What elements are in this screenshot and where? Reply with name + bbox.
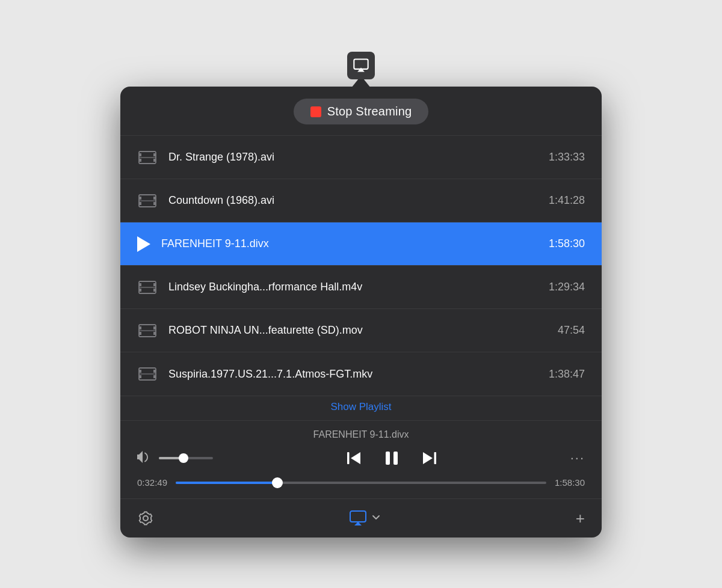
skip-forward-button[interactable]	[421, 449, 439, 467]
film-icon	[137, 364, 158, 384]
svg-rect-16	[153, 283, 156, 286]
playlist-item[interactable]: Lindsey Buckingha...rformance Hall.m4v1:…	[120, 266, 602, 309]
player-area: FARENHEIT 9-11.divx	[120, 421, 602, 499]
progress-bar[interactable]	[176, 482, 546, 484]
more-button[interactable]: ···	[570, 450, 585, 466]
svg-rect-3	[139, 159, 141, 162]
svg-rect-2	[139, 153, 141, 156]
skip-back-button[interactable]	[345, 449, 363, 467]
svg-rect-15	[139, 289, 141, 292]
film-icon	[137, 147, 158, 168]
current-time: 0:32:49	[137, 477, 167, 488]
volume-slider[interactable]	[159, 457, 213, 459]
svg-rect-28	[153, 370, 156, 373]
show-playlist-button[interactable]: Show Playlist	[330, 401, 391, 413]
film-icon	[137, 320, 158, 341]
svg-rect-9	[139, 202, 141, 205]
item-title: Lindsey Buckingha...rformance Hall.m4v	[168, 281, 537, 293]
playlist-item[interactable]: Suspiria.1977.US.21...7.1.Atmos-FGT.mkv1…	[120, 352, 602, 396]
svg-rect-4	[153, 153, 156, 156]
svg-rect-26	[139, 370, 141, 373]
chevron-down-button[interactable]	[371, 513, 381, 524]
svg-rect-23	[153, 332, 156, 335]
stop-icon	[310, 106, 321, 117]
item-duration: 1:33:33	[549, 151, 585, 164]
svg-rect-10	[153, 197, 156, 200]
stop-streaming-button[interactable]: Stop Streaming	[294, 99, 429, 124]
svg-rect-20	[139, 326, 141, 329]
playback-controls	[345, 449, 439, 468]
svg-rect-21	[139, 332, 141, 335]
playlist-item[interactable]: Countdown (1968).avi1:41:28	[120, 179, 602, 222]
svg-rect-5	[153, 159, 156, 162]
gear-button[interactable]	[137, 510, 154, 527]
volume-thumb	[179, 453, 188, 463]
svg-rect-11	[153, 202, 156, 205]
item-duration: 1:38:47	[549, 368, 585, 381]
airplay-btn-group	[348, 509, 381, 528]
airplay-top-icon	[347, 52, 375, 79]
svg-rect-8	[139, 197, 141, 200]
stop-streaming-label: Stop Streaming	[327, 105, 412, 118]
volume-icon	[137, 450, 153, 466]
item-duration: 1:29:34	[549, 281, 585, 293]
svg-rect-22	[153, 326, 156, 329]
popup-container: Stop Streaming Dr. Strange (1978).avi1:3…	[120, 87, 602, 537]
controls-row: ···	[137, 449, 585, 468]
airplay-button[interactable]	[348, 509, 368, 528]
svg-rect-35	[350, 511, 366, 522]
svg-rect-17	[153, 289, 156, 292]
film-icon	[137, 191, 158, 211]
item-duration: 1:41:28	[549, 194, 585, 207]
svg-rect-33	[393, 452, 398, 465]
svg-rect-29	[153, 375, 156, 378]
playlist-item[interactable]: Dr. Strange (1978).avi1:33:33	[120, 136, 602, 179]
svg-rect-0	[354, 60, 368, 69]
show-playlist-area: Show Playlist	[120, 396, 602, 421]
item-duration: 1:58:30	[549, 237, 585, 250]
item-title: Countdown (1968).avi	[168, 194, 537, 207]
item-duration: 47:54	[558, 324, 585, 337]
total-time: 1:58:30	[555, 477, 585, 488]
item-title: ROBOT NINJA UN...featurette (SD).mov	[168, 324, 546, 337]
now-playing-title: FARENHEIT 9-11.divx	[137, 429, 585, 440]
item-title: Suspiria.1977.US.21...7.1.Atmos-FGT.mkv	[168, 368, 537, 381]
stop-streaming-area: Stop Streaming	[120, 87, 602, 136]
bottom-bar: +	[120, 499, 602, 537]
add-button[interactable]: +	[576, 509, 585, 528]
playlist-item[interactable]: FARENHEIT 9-11.divx1:58:30	[120, 222, 602, 266]
progress-row: 0:32:49 1:58:30	[137, 477, 585, 488]
svg-rect-31	[347, 452, 350, 464]
progress-fill	[176, 482, 277, 484]
progress-thumb	[272, 477, 283, 488]
svg-rect-14	[139, 283, 141, 286]
svg-rect-27	[139, 375, 141, 378]
airplay-svg	[353, 57, 369, 74]
film-icon	[137, 277, 158, 298]
playlist: Dr. Strange (1978).avi1:33:33 Countdown …	[120, 136, 602, 396]
svg-rect-32	[386, 452, 390, 465]
volume-section	[137, 450, 213, 466]
item-title: FARENHEIT 9-11.divx	[161, 237, 537, 250]
pause-button[interactable]	[382, 449, 401, 468]
playlist-item[interactable]: ROBOT NINJA UN...featurette (SD).mov47:5…	[120, 309, 602, 352]
svg-rect-34	[434, 452, 436, 464]
item-title: Dr. Strange (1978).avi	[168, 151, 537, 164]
play-triangle-icon	[137, 236, 150, 252]
